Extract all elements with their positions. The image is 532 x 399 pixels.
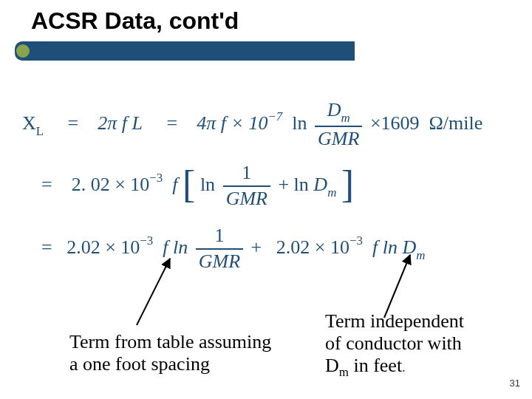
f-2: f bbox=[172, 174, 177, 195]
term-b: 2.02 × 10−3 f ln Dm bbox=[276, 236, 426, 258]
annotation-left-line2: a one foot spacing bbox=[69, 353, 306, 375]
page-number: 31 bbox=[510, 378, 520, 389]
ln-2a: ln bbox=[200, 174, 215, 195]
equals-2: = bbox=[41, 174, 52, 195]
two-pi-f-L: 2π f L bbox=[98, 112, 143, 134]
annotation-right-line2: of conductor with bbox=[325, 332, 517, 355]
ohms-per-mile: Ω/mile bbox=[429, 112, 483, 134]
slide: ACSR Data, cont'd XL = 2π f L = 4π f × 1… bbox=[0, 0, 532, 399]
equals-3: = bbox=[41, 236, 52, 258]
title-underline bbox=[15, 41, 355, 61]
coef-2: 2. 02 × 10−3 bbox=[72, 174, 168, 195]
ln-1: ln bbox=[292, 112, 307, 134]
annotation-right: Term independent of conductor with Dm in… bbox=[325, 310, 517, 379]
slide-title: ACSR Data, cont'd bbox=[31, 7, 239, 35]
xl-symbol: XL bbox=[22, 112, 49, 134]
equation-1: XL = 2π f L = 4π f × 10−7 ln Dm GMR ×160… bbox=[22, 100, 482, 149]
annotation-left-line1: Term from table assuming bbox=[69, 331, 306, 353]
equation-3: = 2.02 × 10−3 f ln 1 GMR + 2.02 × 10−3 f… bbox=[41, 225, 425, 272]
equals-1a: = bbox=[68, 112, 79, 134]
times-1609: ×1609 bbox=[370, 112, 420, 134]
title-bullet-dot bbox=[16, 44, 30, 58]
equation-2: = 2. 02 × 10−3 f [ ln 1 GMR + ln Dm ] bbox=[41, 163, 354, 209]
annotation-right-line3: Dm in feet. bbox=[325, 355, 517, 380]
bracket-right: ] bbox=[341, 169, 354, 200]
frac-dm-over-gmr: Dm GMR bbox=[315, 100, 362, 149]
plus-3: + bbox=[251, 236, 262, 258]
annotation-left: Term from table assuming a one foot spac… bbox=[69, 331, 306, 375]
frac-1-over-gmr-a: 1 GMR bbox=[223, 163, 270, 209]
plus-ln-dm: + ln Dm bbox=[278, 174, 341, 195]
four-pi-f-e-7: 4π f × 10−7 bbox=[197, 112, 287, 134]
annotation-right-line1: Term independent bbox=[325, 310, 517, 332]
equals-1b: = bbox=[167, 112, 178, 134]
bracket-left: [ bbox=[183, 169, 195, 200]
period-red: . bbox=[402, 359, 406, 375]
term-a: 2.02 × 10−3 f ln 1 GMR bbox=[66, 236, 250, 258]
